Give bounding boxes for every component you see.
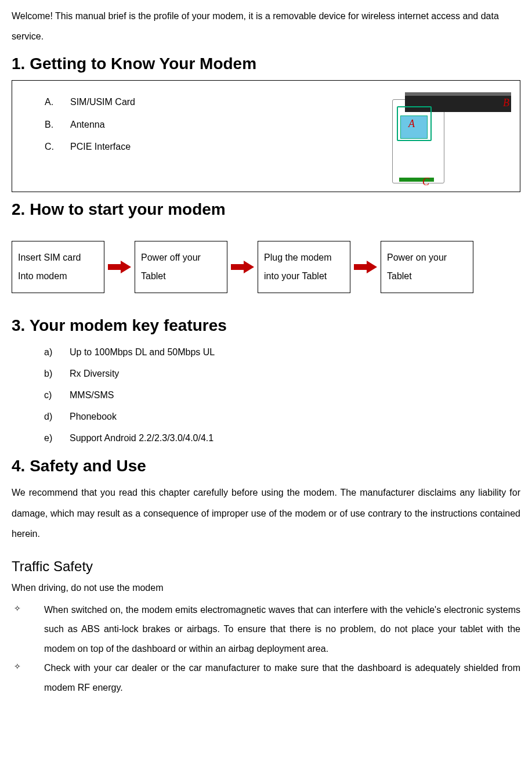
traffic-bullets: ✧ When switched on, the modem emits elec… xyxy=(12,600,520,698)
item-label: A. xyxy=(45,91,70,113)
item-text: Antenna xyxy=(70,114,105,136)
diagram-label-b: B xyxy=(503,97,509,109)
list-item: A. SIM/USIM Card xyxy=(45,91,386,113)
list-item: a) Up to 100Mbps DL and 50Mbps UL xyxy=(44,342,520,363)
flow-step: Insert SIM card Into modem xyxy=(12,241,104,293)
flow-step: Power off your Tablet xyxy=(135,241,227,293)
item-label: d) xyxy=(44,406,70,428)
parts-list: A. SIM/USIM Card B. Antenna C. PCIE Inte… xyxy=(12,91,386,158)
traffic-subline: When driving, do not use the modem xyxy=(12,578,520,598)
modem-parts-box: A. SIM/USIM Card B. Antenna C. PCIE Inte… xyxy=(12,80,520,192)
svg-marker-2 xyxy=(354,261,377,273)
section1-heading: 1. Getting to Know Your Modem xyxy=(12,55,520,73)
item-text: Up to 100Mbps DL and 50Mbps UL xyxy=(70,342,215,363)
svg-marker-1 xyxy=(231,261,254,273)
safety-paragraph: We recommend that you read this chapter … xyxy=(12,482,520,544)
step-line1: Power off your xyxy=(141,248,221,267)
step-line1: Insert SIM card xyxy=(18,248,98,267)
step-line2: Tablet xyxy=(387,267,467,286)
step-line1: Power on your xyxy=(387,248,467,267)
section3-heading: 3. Your modem key features xyxy=(12,316,520,335)
flow-step: Power on your Tablet xyxy=(381,241,473,293)
item-text: PCIE Interface xyxy=(70,136,131,158)
list-item: e) Support Android 2.2/2.3/3.0/4.0/4.1 xyxy=(44,428,520,449)
features-list: a) Up to 100Mbps DL and 50Mbps UL b) Rx … xyxy=(12,342,520,449)
item-label: a) xyxy=(44,342,70,363)
item-label: B. xyxy=(45,114,70,136)
arrow-icon xyxy=(231,241,254,293)
intro-text: Welcome! This manual brief is the profil… xyxy=(12,6,520,46)
list-item: ✧ When switched on, the modem emits elec… xyxy=(12,600,520,659)
step-line2: Into modem xyxy=(18,267,98,286)
arrow-icon xyxy=(354,241,377,293)
item-text: MMS/SMS xyxy=(70,385,114,406)
item-label: c) xyxy=(44,385,70,406)
flow-step: Plug the modem into your Tablet xyxy=(258,241,350,293)
bullet-text: Check with your car dealer or the car ma… xyxy=(44,658,520,697)
diamond-icon: ✧ xyxy=(12,600,44,659)
step-line2: Tablet xyxy=(141,267,221,286)
item-text: Support Android 2.2/2.3/3.0/4.0/4.1 xyxy=(70,428,213,449)
item-text: Phonebook xyxy=(70,406,117,428)
list-item: ✧ Check with your car dealer or the car … xyxy=(12,658,520,697)
list-item: b) Rx Diversity xyxy=(44,363,520,385)
flow-diagram: Insert SIM card Into modem Power off you… xyxy=(12,241,520,293)
item-label: e) xyxy=(44,428,70,449)
arrow-icon xyxy=(108,241,131,293)
item-label: b) xyxy=(44,363,70,385)
step-line1: Plug the modem xyxy=(264,248,344,267)
list-item: c) MMS/SMS xyxy=(44,385,520,406)
list-item: B. Antenna xyxy=(45,114,386,136)
diamond-icon: ✧ xyxy=(12,658,44,697)
traffic-safety-heading: Traffic Safety xyxy=(12,558,520,575)
step-line2: into your Tablet xyxy=(264,267,344,286)
list-item: d) Phonebook xyxy=(44,406,520,428)
diagram-label-c: C xyxy=(422,176,429,188)
modem-diagram: A B C xyxy=(392,88,514,183)
item-text: Rx Diversity xyxy=(70,363,119,385)
section4-heading: 4. Safety and Use xyxy=(12,457,520,475)
section2-heading: 2. How to start your modem xyxy=(12,200,520,219)
svg-marker-0 xyxy=(108,261,131,273)
item-label: C. xyxy=(45,136,70,158)
list-item: C. PCIE Interface xyxy=(45,136,386,158)
bullet-text: When switched on, the modem emits electr… xyxy=(44,600,520,659)
diagram-label-a: A xyxy=(408,118,415,130)
item-text: SIM/USIM Card xyxy=(70,91,135,113)
